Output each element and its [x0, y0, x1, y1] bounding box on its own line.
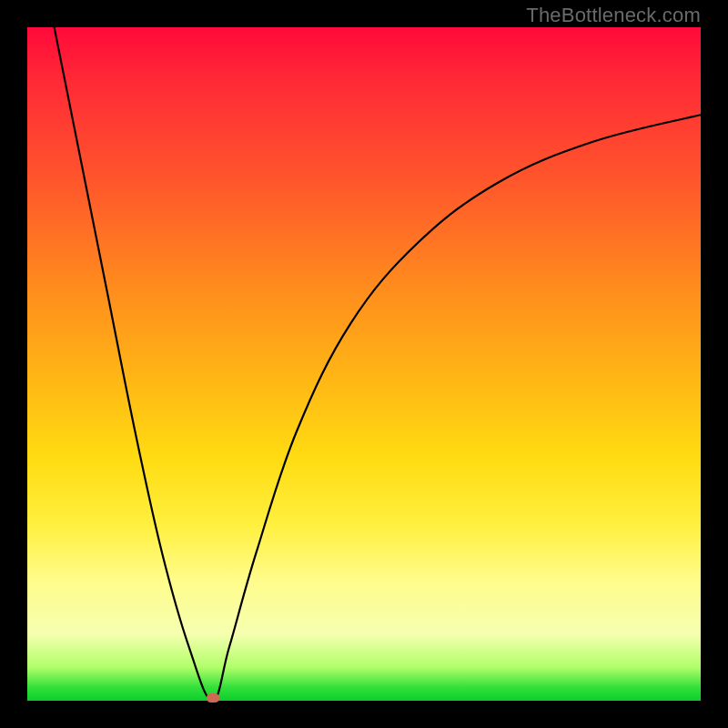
min-marker: [207, 693, 219, 703]
watermark-text: TheBottleneck.com: [526, 4, 701, 27]
bottleneck-curve: [27, 27, 701, 701]
curve-path: [55, 27, 701, 701]
plot-area: [27, 27, 701, 701]
chart-frame: TheBottleneck.com: [0, 0, 728, 728]
